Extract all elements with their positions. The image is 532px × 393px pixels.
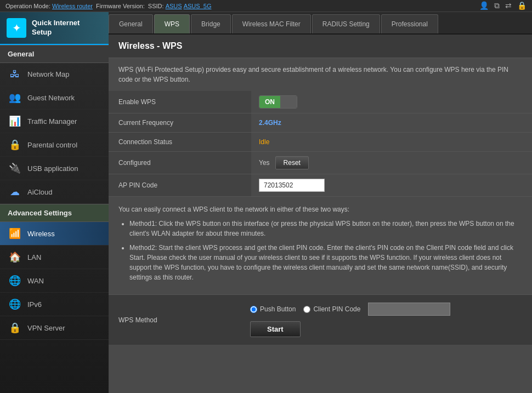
ssid-asus-link[interactable]: ASUS	[166, 3, 182, 9]
sidebar-item-label: LAN	[27, 253, 41, 261]
toggle-on-text: ON	[259, 96, 280, 108]
reset-button[interactable]: Reset	[275, 156, 309, 169]
sidebar-item-label: VPN Server	[27, 324, 65, 332]
sidebar-item-usb-application[interactable]: 🔌 USB application	[0, 157, 109, 180]
enable-wps-label: Enable WPS	[109, 91, 251, 113]
row-current-frequency: Current Frequency 2.4GHz	[109, 113, 532, 133]
sidebar-item-lan[interactable]: 🏠 LAN	[0, 246, 109, 269]
wps-method-options: Push Button Client PIN Code Start	[250, 303, 450, 337]
enable-wps-toggle[interactable]: ON	[259, 95, 297, 109]
logo-icon: ✦	[7, 18, 26, 38]
sidebar-item-label: WAN	[27, 277, 44, 285]
enable-wps-value: ON	[251, 91, 532, 113]
current-frequency-value: 2.4GHz	[251, 113, 532, 132]
vpn-icon: 🔒	[8, 322, 22, 334]
lock-icon[interactable]: 🔒	[517, 1, 527, 10]
share-icon[interactable]: ⇄	[505, 1, 512, 10]
main-content: General WPS Bridge Wireless MAC Filter R…	[109, 12, 532, 393]
sidebar-item-label: Parental control	[27, 141, 77, 149]
ap-pin-code-label: AP PIN Code	[109, 174, 251, 196]
tab-bridge[interactable]: Bridge	[191, 14, 231, 33]
methods-list: Method1: Click the WPS button on this in…	[129, 219, 522, 282]
top-header: Operation Mode: Wireless router Firmware…	[0, 0, 532, 12]
header-icons: 👤 ⧉ ⇄ 🔒	[479, 1, 527, 10]
sidebar-item-wan[interactable]: 🌐 WAN	[0, 269, 109, 293]
sidebar-item-label: Wireless	[27, 230, 55, 238]
configured-value: Yes Reset	[251, 152, 532, 174]
aicloud-icon: ☁	[8, 186, 22, 198]
sidebar: ✦ Quick InternetSetup General 🖧 Network …	[0, 12, 109, 393]
traffic-manager-icon: 📊	[8, 115, 22, 127]
method-2: Method2: Start the client WPS process an…	[129, 243, 522, 282]
row-configured: Configured Yes Reset	[109, 152, 532, 174]
copy-icon[interactable]: ⧉	[494, 1, 500, 10]
sidebar-item-label: Network Map	[27, 70, 70, 78]
sidebar-item-label: USB application	[27, 164, 78, 173]
client-pin-code-label: Client PIN Code	[313, 305, 360, 313]
firmware-label: Firmware Version:	[96, 3, 145, 9]
wps-footer: WPS Method Push Button Client PIN Code	[109, 294, 532, 345]
sidebar-item-vpn-server[interactable]: 🔒 VPN Server	[0, 316, 109, 340]
client-pin-code-radio[interactable]	[303, 306, 310, 313]
start-button[interactable]: Start	[250, 321, 301, 337]
tab-professional[interactable]: Professional	[381, 14, 438, 33]
sidebar-item-parental-control[interactable]: 🔒 Parental control	[0, 133, 109, 157]
frequency-text: 2.4GHz	[259, 119, 281, 127]
network-map-icon: 🖧	[8, 69, 22, 80]
tab-wps[interactable]: WPS	[154, 14, 190, 33]
ipv6-icon: 🌐	[8, 298, 22, 310]
ap-pin-code-input[interactable]	[259, 179, 325, 192]
tab-general[interactable]: General	[109, 14, 153, 33]
configured-label: Configured	[109, 152, 251, 174]
sidebar-item-label: Guest Network	[27, 94, 75, 102]
wps-method-label: WPS Method	[118, 316, 239, 324]
description-text: WPS (Wi-Fi Protected Setup) provides eas…	[109, 58, 532, 91]
parental-control-icon: 🔒	[8, 139, 22, 151]
logo-text: Quick InternetSetup	[32, 19, 80, 37]
row-ap-pin-code: AP PIN Code	[109, 174, 532, 197]
configured-yes-text: Yes	[259, 159, 270, 167]
connection-status-value: Idle	[251, 133, 532, 151]
sidebar-item-network-map[interactable]: 🖧 Network Map	[0, 63, 109, 86]
sidebar-item-wireless[interactable]: 📶 Wireless	[0, 222, 109, 246]
tab-bar: General WPS Bridge Wireless MAC Filter R…	[109, 12, 532, 35]
ap-pin-code-value	[251, 174, 532, 196]
methods-intro: You can easily connect a WPS client to t…	[118, 206, 349, 213]
tab-radius-setting[interactable]: RADIUS Setting	[312, 14, 380, 33]
methods-section: You can easily connect a WPS client to t…	[109, 197, 532, 294]
usb-app-icon: 🔌	[8, 162, 22, 174]
lan-icon: 🏠	[8, 251, 22, 263]
advanced-section-label: Advanced Settings	[0, 204, 109, 222]
row-enable-wps: Enable WPS ON	[109, 91, 532, 113]
sidebar-item-traffic-manager[interactable]: 📊 Traffic Manager	[0, 110, 109, 133]
row-connection-status: Connection Status Idle	[109, 133, 532, 152]
connection-status-label: Connection Status	[109, 133, 251, 151]
wan-icon: 🌐	[8, 275, 22, 287]
ssid-label: SSID:	[148, 3, 164, 9]
sidebar-item-label: Traffic Manager	[27, 117, 77, 126]
person-icon[interactable]: 👤	[479, 1, 489, 10]
tab-wireless-mac-filter[interactable]: Wireless MAC Filter	[232, 14, 311, 33]
wps-radio-row: Push Button Client PIN Code	[250, 303, 450, 316]
current-frequency-label: Current Frequency	[109, 113, 251, 132]
operation-mode-link[interactable]: Wireless router	[52, 3, 93, 9]
sidebar-item-label: AiCloud	[27, 188, 53, 196]
sidebar-item-label: IPv6	[27, 300, 42, 309]
wireless-icon: 📶	[8, 227, 22, 240]
ssid-asus5g-link[interactable]: ASUS_5G	[184, 3, 212, 9]
operation-mode-label: Operation Mode:	[5, 3, 50, 9]
content-area: Wireless - WPS WPS (Wi-Fi Protected Setu…	[109, 35, 532, 393]
client-pin-input[interactable]	[368, 303, 450, 316]
section-title: Wireless - WPS	[109, 35, 532, 58]
push-button-radio[interactable]	[250, 306, 257, 313]
sidebar-item-aicloud[interactable]: ☁ AiCloud	[0, 180, 109, 204]
sidebar-item-guest-network[interactable]: 👥 Guest Network	[0, 86, 109, 110]
client-pin-code-option[interactable]: Client PIN Code	[303, 305, 360, 313]
guest-network-icon: 👥	[8, 92, 22, 104]
general-section-label: General	[0, 45, 109, 63]
toggle-off-area	[280, 96, 297, 108]
push-button-option[interactable]: Push Button	[250, 305, 296, 313]
sidebar-item-ipv6[interactable]: 🌐 IPv6	[0, 293, 109, 316]
sidebar-logo[interactable]: ✦ Quick InternetSetup	[0, 12, 109, 45]
idle-text: Idle	[259, 138, 269, 146]
